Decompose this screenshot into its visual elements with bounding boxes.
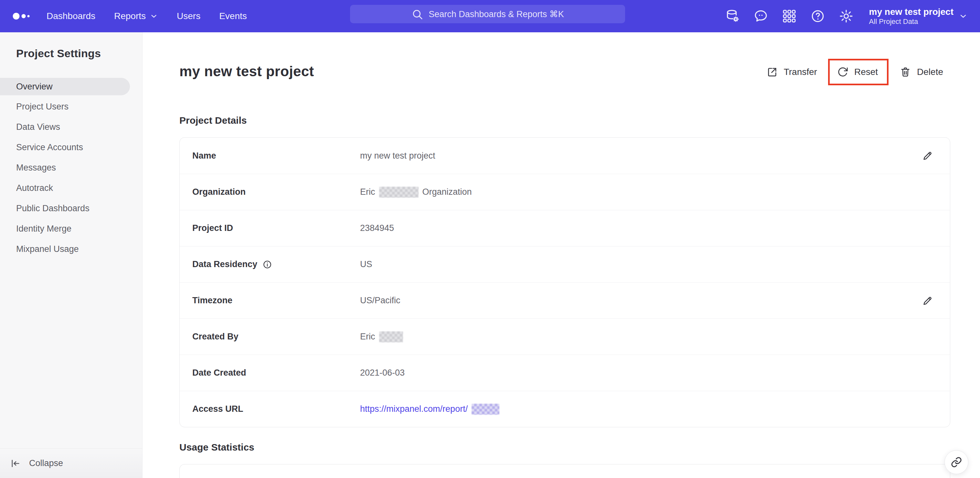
info-icon[interactable] — [262, 260, 272, 269]
sidebar-item-project-users[interactable]: Project Users — [0, 97, 142, 117]
edit-timezone-button[interactable] — [922, 295, 933, 306]
collapse-icon — [10, 458, 21, 469]
trash-icon — [899, 66, 911, 78]
edit-name-button[interactable] — [922, 150, 933, 161]
sidebar-item-service-accounts[interactable]: Service Accounts — [0, 137, 142, 157]
detail-label-text: Data Residency — [192, 259, 257, 269]
access-url-link[interactable]: https://mixpanel.com/report/ — [360, 404, 500, 415]
settings-gear-icon[interactable] — [839, 9, 854, 24]
mixpanel-logo-dots[interactable] — [0, 9, 33, 24]
delete-label: Delete — [917, 67, 943, 77]
current-project-name: my new test project — [869, 6, 953, 17]
sidebar-item-label: Autotrack — [16, 183, 53, 193]
nav-item-label: Users — [177, 11, 200, 21]
detail-label: Data Residency — [180, 259, 360, 269]
page-title: my new test project — [180, 63, 314, 79]
chevron-down-icon — [150, 12, 158, 21]
value-suffix: Organization — [422, 187, 472, 197]
reset-refresh-icon — [837, 66, 848, 78]
detail-row-created-by: Created By Eric — [180, 318, 950, 355]
detail-value: my new test project — [360, 151, 435, 161]
detail-label: Name — [180, 151, 360, 161]
sidebar-item-label: Project Users — [16, 102, 68, 112]
detail-row-project-id: Project ID 2384945 — [180, 210, 950, 246]
messages-icon[interactable] — [753, 9, 768, 24]
redacted-text — [379, 331, 403, 342]
current-project-scope: All Project Data — [869, 17, 953, 26]
sidebar-item-identity-merge[interactable]: Identity Merge — [0, 219, 142, 239]
project-switcher-text: my new test project All Project Data — [869, 6, 953, 26]
access-url-text: https://mixpanel.com/report/ — [360, 404, 468, 414]
search-placeholder: Search Dashboards & Reports ⌘K — [429, 9, 564, 19]
top-nav: Dashboards Reports Users Events Search D… — [0, 0, 980, 32]
data-management-icon[interactable] — [725, 9, 740, 24]
detail-value: US — [360, 259, 372, 269]
detail-row-data-residency: Data Residency US — [180, 246, 950, 282]
sidebar-item-messages[interactable]: Messages — [0, 157, 142, 178]
detail-label: Created By — [180, 332, 360, 342]
top-nav-right: my new test project All Project Data — [725, 0, 968, 32]
detail-label: Timezone — [180, 295, 360, 305]
pencil-icon — [922, 295, 933, 306]
detail-value: 2021-06-03 — [360, 368, 405, 378]
transfer-label: Transfer — [784, 67, 817, 77]
sidebar-item-data-views[interactable]: Data Views — [0, 117, 142, 137]
transfer-button[interactable]: Transfer — [766, 66, 817, 78]
redacted-text — [379, 187, 418, 198]
sidebar-item-overview[interactable]: Overview — [0, 78, 130, 95]
reset-button[interactable]: Reset — [837, 66, 878, 78]
detail-value: Eric Organization — [360, 187, 472, 198]
project-actions: Transfer Reset Delete — [766, 59, 943, 85]
nav-item-label: Reports — [114, 11, 146, 21]
nav-item-users[interactable]: Users — [177, 11, 200, 21]
transfer-external-icon — [766, 66, 778, 78]
detail-row-date-created: Date Created 2021-06-03 — [180, 355, 950, 391]
detail-row-timezone: Timezone US/Pacific — [180, 282, 950, 318]
help-icon[interactable] — [810, 9, 825, 24]
sidebar-item-label: Messages — [16, 163, 56, 173]
nav-item-label: Events — [219, 11, 247, 21]
value-prefix: Eric — [360, 332, 375, 342]
nav-item-dashboards[interactable]: Dashboards — [46, 11, 95, 21]
sidebar-nav: Overview Project Users Data Views Servic… — [0, 78, 142, 259]
primary-nav: Dashboards Reports Users Events — [46, 11, 247, 21]
copy-link-button[interactable] — [945, 450, 968, 474]
value-prefix: Eric — [360, 187, 375, 197]
sidebar-item-public-dashboards[interactable]: Public Dashboards — [0, 198, 142, 219]
detail-value: Eric — [360, 331, 403, 342]
detail-label: Project ID — [180, 223, 360, 233]
pencil-icon — [922, 150, 933, 161]
sidebar-collapse-button[interactable]: Collapse — [0, 448, 142, 478]
sidebar-title: Project Settings — [16, 47, 142, 60]
sidebar-item-label: Overview — [16, 82, 52, 92]
detail-value: US/Pacific — [360, 295, 401, 305]
sidebar-item-label: Identity Merge — [16, 224, 72, 234]
sidebar-item-label: Public Dashboards — [16, 203, 89, 213]
detail-label: Date Created — [180, 368, 360, 378]
search-input[interactable]: Search Dashboards & Reports ⌘K — [350, 5, 625, 23]
reset-label: Reset — [854, 67, 878, 77]
nav-item-reports[interactable]: Reports — [114, 11, 158, 21]
detail-label: Access URL — [180, 404, 360, 414]
collapse-label: Collapse — [29, 458, 63, 468]
detail-value: https://mixpanel.com/report/ — [360, 404, 500, 415]
detail-row-organization: Organization Eric Organization — [180, 174, 950, 210]
redacted-text — [472, 404, 500, 415]
sidebar-item-mixpanel-usage[interactable]: Mixpanel Usage — [0, 239, 142, 259]
nav-item-events[interactable]: Events — [219, 11, 247, 21]
chevron-down-icon — [959, 12, 968, 21]
apps-grid-icon[interactable] — [782, 9, 797, 24]
delete-button[interactable]: Delete — [899, 66, 943, 78]
detail-row-name: Name my new test project — [180, 138, 950, 174]
usage-section-heading: Usage Statistics — [180, 442, 255, 453]
sidebar-item-label: Data Views — [16, 122, 60, 132]
annotation-highlight-box: Reset — [828, 59, 889, 85]
sidebar-item-autotrack[interactable]: Autotrack — [0, 178, 142, 198]
detail-label: Organization — [180, 187, 360, 197]
search-icon — [411, 8, 423, 21]
project-switcher[interactable]: my new test project All Project Data — [869, 6, 968, 26]
sidebar-item-label: Service Accounts — [16, 143, 83, 152]
nav-item-label: Dashboards — [46, 11, 95, 21]
usage-statistics-card — [180, 464, 950, 478]
settings-sidebar: Project Settings Overview Project Users … — [0, 32, 143, 478]
